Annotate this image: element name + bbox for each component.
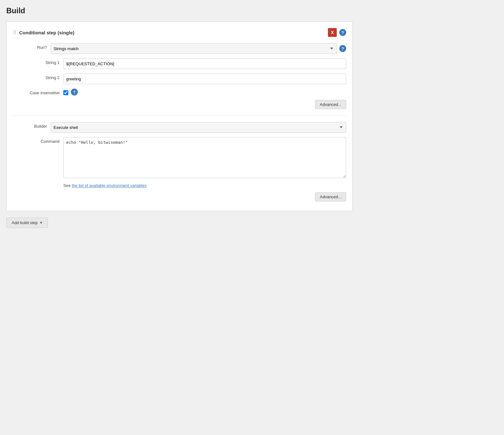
drag-handle-icon[interactable]: ⠿ — [13, 30, 17, 36]
command-control-wrap: <span class="cmd-echo">echo</span> <span… — [63, 137, 346, 188]
case-insensitive-label: Case insensitive — [26, 89, 63, 95]
section-divider — [13, 115, 346, 116]
env-link[interactable]: the list of available environment variab… — [72, 183, 147, 188]
string2-input[interactable] — [63, 73, 346, 84]
card-header-left: ⠿ Conditional step (single) — [13, 30, 74, 36]
run-select[interactable]: Strings match — [51, 43, 337, 54]
add-build-step-button[interactable]: Add build step ▼ — [6, 218, 48, 228]
run-label: Run? — [13, 43, 51, 50]
command-row: Command <span class="cmd-echo">echo</spa… — [26, 137, 346, 188]
string2-label: String 2 — [26, 73, 63, 80]
page-title: Build — [6, 6, 353, 15]
command-label: Command — [26, 137, 63, 144]
command-textarea[interactable]: <span class="cmd-echo">echo</span> <span… — [63, 137, 346, 178]
add-build-step-label: Add build step — [12, 220, 37, 225]
help-icon-case[interactable]: ? — [71, 89, 78, 96]
env-link-row: See the list of available environment va… — [63, 183, 147, 188]
add-step-dropdown-arrow-icon: ▼ — [39, 221, 43, 224]
run-row: Run? Strings match ? — [13, 43, 346, 54]
card-header: ⠿ Conditional step (single) X ? — [13, 28, 346, 37]
case-insensitive-checkbox[interactable] — [63, 90, 68, 95]
string2-row: String 2 — [26, 73, 346, 84]
advanced-button-2[interactable]: Advanced... — [315, 192, 346, 201]
string1-input[interactable] — [63, 58, 346, 69]
case-insensitive-control-wrap: ? — [63, 89, 346, 96]
help-icon-header[interactable]: ? — [339, 29, 346, 36]
builder-control-wrap: Execute shell — [51, 122, 346, 133]
env-link-before: See — [63, 183, 72, 188]
build-step-card: ⠿ Conditional step (single) X ? Run? Str… — [6, 21, 353, 211]
case-insensitive-row: Case insensitive ? — [26, 89, 346, 96]
string1-control-wrap — [63, 58, 346, 69]
close-button[interactable]: X — [328, 28, 337, 37]
main-container: Build ⠿ Conditional step (single) X ? Ru… — [6, 6, 353, 228]
card-header-right: X ? — [328, 28, 346, 37]
builder-select[interactable]: Execute shell — [51, 122, 346, 133]
case-insensitive-checkbox-wrap — [63, 89, 68, 95]
advanced-row-2: Advanced... — [13, 192, 346, 201]
string1-label: String 1 — [26, 58, 63, 65]
run-control-wrap: Strings match ? — [51, 43, 346, 54]
advanced-row-1: Advanced... — [13, 100, 346, 109]
builder-label: Builder — [13, 122, 51, 129]
string1-row: String 1 — [26, 58, 346, 69]
help-icon-run[interactable]: ? — [339, 45, 346, 52]
builder-row: Builder Execute shell — [13, 122, 346, 133]
string2-control-wrap — [63, 73, 346, 84]
card-title: Conditional step (single) — [19, 30, 74, 35]
advanced-button-1[interactable]: Advanced... — [315, 100, 346, 109]
